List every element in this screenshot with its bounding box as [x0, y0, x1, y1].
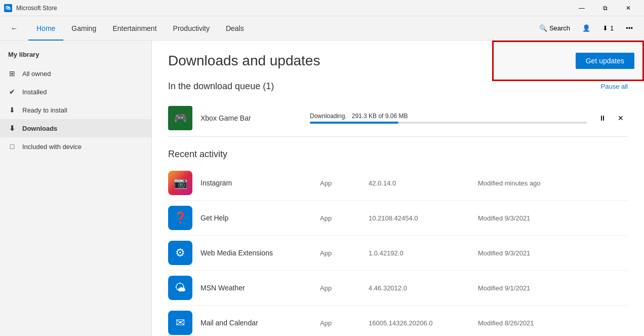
main-content: Get updates Downloads and updates In the…	[152, 41, 644, 336]
queue-section-title: In the download queue (1)	[168, 81, 274, 92]
top-right-highlight: Get updates	[492, 41, 644, 81]
get-updates-button[interactable]: Get updates	[576, 53, 634, 69]
xbox-game-bar-name: Xbox Game Bar	[200, 114, 302, 122]
mailcal-version: 16005.14326.20206.0	[369, 319, 470, 327]
sidebar-item-installed-label: Installed	[22, 88, 47, 96]
cancel-download-button[interactable]: ✕	[614, 111, 628, 125]
sidebar-item-downloads-label: Downloads	[22, 125, 57, 132]
app-icon: 🛍	[4, 4, 12, 12]
back-button[interactable]: ←	[6, 20, 22, 36]
sidebar-title: My library	[0, 49, 151, 64]
msnweather-type: App	[320, 284, 360, 292]
sidebar-item-included-with-device-label: Included with device	[22, 143, 82, 151]
titlebar-left: 🛍 Microsoft Store	[4, 4, 57, 12]
webmedia-name: Web Media Extensions	[200, 249, 312, 257]
sidebar-item-included-with-device[interactable]: □ Included with device	[0, 137, 151, 156]
titlebar: 🛍 Microsoft Store — ⧉ ✕	[0, 0, 644, 16]
activity-row-mailcal: ✉ Mail and Calendar App 16005.14326.2020…	[168, 306, 628, 336]
activity-row-webmedia: ⚙ Web Media Extensions App 1.0.42192.0 M…	[168, 236, 628, 271]
tab-gaming[interactable]: Gaming	[63, 16, 104, 41]
xbox-game-bar-icon: 🎮	[168, 106, 192, 130]
download-status-text: Downloading. 291.3 KB of 9.06 MB	[310, 113, 587, 120]
webmedia-version: 1.0.42192.0	[369, 249, 470, 257]
activity-row-msnweather: 🌤 MSN Weather App 4.46.32012.0 Modified …	[168, 271, 628, 306]
downloading-label: Downloading.	[310, 113, 350, 120]
pause-download-button[interactable]: ⏸	[595, 111, 610, 125]
instagram-name: Instagram	[200, 179, 312, 187]
webmedia-type: App	[320, 249, 360, 257]
activity-row-gethelp: ❓ Get Help App 10.2108.42454.0 Modified …	[168, 201, 628, 236]
downloads-button[interactable]: ⬇ 1	[597, 21, 619, 35]
more-icon: •••	[626, 24, 633, 32]
recent-activity-title: Recent activity	[168, 149, 628, 160]
msnweather-modified: Modified 9/1/2021	[478, 284, 530, 292]
sidebar-item-downloads[interactable]: ⬇ Downloads	[0, 119, 151, 137]
included-with-device-icon: □	[8, 142, 16, 151]
instagram-modified: Modified minutes ago	[478, 179, 541, 187]
mailcal-type: App	[320, 319, 360, 327]
gethelp-version: 10.2108.42454.0	[369, 214, 470, 222]
mailcal-name: Mail and Calendar	[200, 319, 312, 327]
account-button[interactable]: 👤	[577, 21, 595, 35]
restore-button[interactable]: ⧉	[593, 0, 617, 16]
mailcal-icon: ✉	[168, 311, 192, 335]
webmedia-icon: ⚙	[168, 241, 192, 265]
msnweather-version: 4.46.32012.0	[369, 284, 470, 292]
instagram-icon: 📷	[168, 171, 192, 195]
mailcal-modified: Modified 8/26/2021	[478, 319, 534, 327]
nav-tabs: Home Gaming Entertainment Productivity D…	[28, 16, 252, 41]
all-owned-icon: ⊞	[8, 69, 16, 78]
webmedia-modified: Modified 9/3/2021	[478, 249, 530, 257]
queue-item-xbox: 🎮 Xbox Game Bar Downloading. 291.3 KB of…	[168, 100, 628, 137]
tab-entertainment[interactable]: Entertainment	[104, 16, 165, 41]
sidebar-item-all-owned-label: All owned	[22, 70, 51, 78]
activity-row-instagram: 📷 Instagram App 42.0.14.0 Modified minut…	[168, 166, 628, 201]
tab-deals[interactable]: Deals	[218, 16, 252, 41]
gethelp-name: Get Help	[200, 214, 312, 222]
sidebar-item-all-owned[interactable]: ⊞ All owned	[0, 64, 151, 83]
download-icon: ⬇	[602, 24, 608, 32]
download-progress-col: Downloading. 291.3 KB of 9.06 MB	[310, 113, 587, 124]
installed-icon: ✔	[8, 88, 16, 96]
nav-right: 🔍 Search 👤 ⬇ 1 •••	[534, 21, 638, 35]
gethelp-type: App	[320, 214, 360, 222]
queue-actions: ⏸ ✕	[595, 111, 628, 125]
pause-all-link[interactable]: Pause all	[601, 83, 628, 90]
ready-to-install-icon: ⬇	[8, 106, 16, 114]
instagram-type: App	[320, 179, 360, 187]
sidebar-item-ready-to-install[interactable]: ⬇ Ready to install	[0, 101, 151, 119]
sidebar-item-installed[interactable]: ✔ Installed	[0, 83, 151, 101]
sidebar: My library ⊞ All owned ✔ Installed ⬇ Rea…	[0, 41, 152, 336]
app-title: Microsoft Store	[16, 5, 57, 12]
gethelp-modified: Modified 9/3/2021	[478, 214, 530, 222]
gethelp-icon: ❓	[168, 206, 192, 230]
progress-bar-bg	[310, 122, 587, 124]
more-button[interactable]: •••	[621, 21, 638, 35]
download-count: 1	[610, 24, 614, 32]
search-label: Search	[549, 24, 570, 32]
progress-bar-fill	[310, 122, 398, 124]
titlebar-controls: — ⧉ ✕	[570, 0, 640, 16]
minimize-button[interactable]: —	[570, 0, 593, 16]
close-button[interactable]: ✕	[617, 0, 640, 16]
layout: My library ⊞ All owned ✔ Installed ⬇ Rea…	[0, 41, 644, 336]
sidebar-item-ready-to-install-label: Ready to install	[22, 106, 67, 114]
downloads-icon: ⬇	[8, 124, 16, 132]
instagram-version: 42.0.14.0	[369, 179, 470, 187]
queue-section-header: In the download queue (1) Pause all	[168, 81, 628, 92]
search-icon: 🔍	[539, 24, 547, 32]
navbar: ← Home Gaming Entertainment Productivity…	[0, 16, 644, 41]
msnweather-name: MSN Weather	[200, 284, 312, 292]
download-progress-text: 291.3 KB of 9.06 MB	[352, 113, 408, 120]
account-icon: 👤	[582, 24, 590, 32]
tab-productivity[interactable]: Productivity	[165, 16, 218, 41]
search-button[interactable]: 🔍 Search	[534, 21, 575, 35]
msnweather-icon: 🌤	[168, 276, 192, 300]
tab-home[interactable]: Home	[28, 16, 63, 41]
